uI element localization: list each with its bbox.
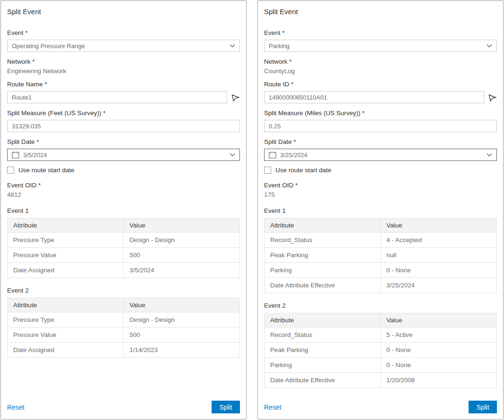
event-2-title: Event 2	[264, 302, 497, 309]
chevron-down-icon	[230, 44, 235, 48]
split-measure-label: Split Measure (Feet (US Survey)) *	[7, 109, 240, 117]
table-row: Pressure Value500	[8, 248, 240, 263]
table-row: Date Attribute Effective1/20/2008	[265, 373, 497, 388]
use-route-start-date-checkbox[interactable]	[264, 167, 271, 174]
event-2-table: Attribute Value Pressure TypeDesign - De…	[7, 298, 240, 358]
event-oid-value: 175	[264, 191, 497, 198]
event-label: Event *	[264, 29, 497, 36]
use-route-start-date-row: Use route start date	[7, 167, 240, 174]
split-date-label: Split Date *	[7, 138, 240, 145]
table-row: Date Attribute Effective3/25/2024	[265, 278, 497, 293]
table-row: Peak Parking0 - None	[265, 343, 497, 358]
table-cell: Parking	[265, 358, 381, 373]
page-title: Split Event	[7, 7, 240, 16]
table-header-row: Attribute Value	[265, 313, 497, 328]
route-input[interactable]	[264, 91, 484, 103]
event-2-title: Event 2	[7, 287, 240, 294]
table-cell: Date Attribute Effective	[265, 373, 381, 388]
table-cell: Pressure Type	[8, 312, 124, 328]
table-cell: Date Assigned	[8, 263, 124, 278]
event-1-title: Event 1	[7, 207, 240, 214]
map-pointer-icon	[488, 93, 497, 102]
select-route-on-map-button[interactable]	[487, 92, 497, 102]
attribute-column-header: Attribute	[265, 313, 381, 328]
route-row	[264, 91, 497, 103]
split-date-combobox[interactable]: 3/25/2024	[264, 149, 497, 161]
chevron-down-icon	[487, 153, 492, 157]
value-column-header: Value	[381, 218, 497, 233]
table-cell: Peak Parking	[265, 343, 381, 358]
table-cell: Date Attribute Effective	[265, 278, 381, 293]
value-column-header: Value	[381, 313, 497, 328]
table-cell: 0 - None	[381, 343, 497, 358]
select-route-on-map-button[interactable]	[231, 92, 240, 102]
network-label: Network *	[7, 58, 240, 65]
panel-footer: Reset Split	[264, 396, 497, 413]
network-value: CountyLog	[264, 67, 497, 75]
table-cell: Peak Parking	[265, 248, 381, 263]
table-cell: Design - Design	[124, 312, 240, 328]
table-header-row: Attribute Value	[8, 298, 240, 312]
event-select[interactable]: Parking	[264, 40, 497, 52]
event-1-title: Event 1	[264, 207, 497, 214]
event-label: Event *	[7, 29, 240, 36]
event-select-value: Parking	[269, 42, 483, 50]
use-route-start-date-checkbox[interactable]	[7, 167, 14, 174]
table-row: Record_Status4 - Accepted	[265, 233, 497, 248]
split-button[interactable]: Split	[469, 401, 497, 413]
attribute-column-header: Attribute	[265, 218, 381, 233]
table-header-row: Attribute Value	[265, 218, 497, 233]
table-cell: 1/14/2023	[124, 343, 240, 358]
network-value: Engineering Network	[7, 67, 240, 75]
table-cell: 500	[124, 248, 240, 263]
split-button[interactable]: Split	[212, 401, 240, 413]
value-column-header: Value	[124, 298, 240, 312]
table-cell: Record_Status	[265, 233, 381, 248]
event-oid-label: Event OID *	[7, 182, 240, 189]
route-label: Route ID *	[264, 81, 497, 88]
reset-link[interactable]: Reset	[264, 403, 282, 411]
table-cell: Pressure Value	[8, 328, 124, 343]
table-cell: 3/5/2024	[124, 263, 240, 278]
table-row: Record_Status5 - Active	[265, 328, 497, 343]
split-date-label: Split Date *	[264, 138, 497, 145]
calendar-icon	[12, 151, 19, 159]
table-cell: Pressure Type	[8, 233, 124, 248]
event-1-table: Attribute Value Record_Status4 - Accepte…	[264, 218, 497, 293]
route-input[interactable]	[7, 91, 227, 103]
split-event-panel-right: Split Event Event * Parking Network * Co…	[257, 0, 504, 420]
table-cell: 0 - None	[381, 263, 497, 278]
event-oid-value: 4812	[7, 191, 240, 198]
table-cell: 5 - Active	[381, 328, 497, 343]
value-column-header: Value	[124, 218, 240, 233]
table-cell: 0 - None	[381, 358, 497, 373]
event-select[interactable]: Operating Pressure Range	[7, 40, 240, 52]
table-row: Pressure TypeDesign - Design	[8, 233, 240, 248]
calendar-icon	[269, 151, 276, 159]
split-measure-input[interactable]	[7, 120, 240, 132]
event-oid-label: Event OID *	[264, 182, 497, 189]
event-1-table: Attribute Value Pressure TypeDesign - De…	[7, 218, 240, 278]
use-route-start-date-label: Use route start date	[18, 167, 75, 174]
table-row: Date Assigned1/14/2023	[8, 343, 240, 358]
reset-link[interactable]: Reset	[7, 403, 25, 411]
table-cell: null	[381, 248, 497, 263]
split-event-panels: Split Event Event * Operating Pressure R…	[0, 0, 504, 420]
attribute-column-header: Attribute	[8, 218, 124, 233]
table-cell: Date Assigned	[8, 343, 124, 358]
event-2-table: Attribute Value Record_Status5 - ActiveP…	[264, 313, 497, 388]
table-row: Parking0 - None	[265, 358, 497, 373]
table-cell: 500	[124, 328, 240, 343]
table-cell: Design - Design	[124, 233, 240, 248]
table-cell: 1/20/2008	[381, 373, 497, 388]
table-row: Date Assigned3/5/2024	[8, 263, 240, 278]
split-date-combobox[interactable]: 3/5/2024	[7, 149, 240, 161]
split-measure-label: Split Measure (Miles (US Survey)) *	[264, 109, 497, 117]
page-title: Split Event	[264, 7, 497, 16]
split-event-panel-left: Split Event Event * Operating Pressure R…	[0, 0, 247, 420]
split-measure-input[interactable]	[264, 120, 497, 132]
table-cell: Parking	[265, 263, 381, 278]
use-route-start-date-label: Use route start date	[275, 167, 332, 174]
table-cell: Record_Status	[265, 328, 381, 343]
panel-footer: Reset Split	[7, 396, 240, 413]
